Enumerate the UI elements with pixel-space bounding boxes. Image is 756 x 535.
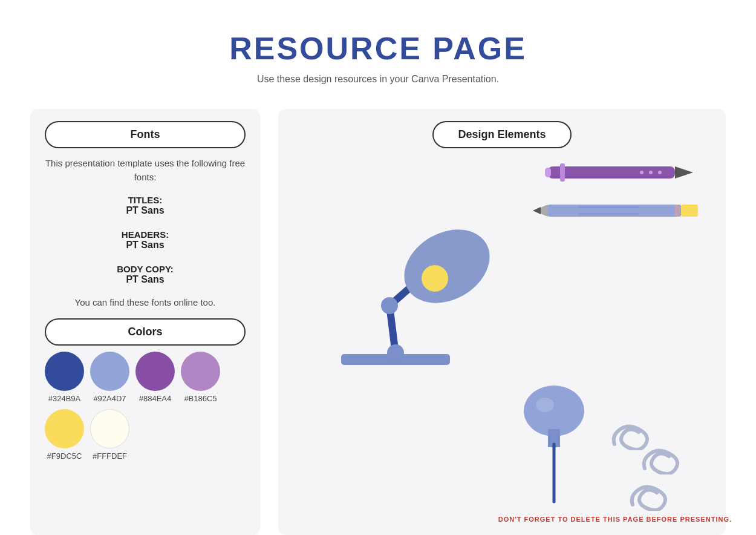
svg-point-3 xyxy=(381,297,398,314)
content-row: Fonts This presentation template uses th… xyxy=(30,109,726,535)
design-elements-label: Design Elements xyxy=(432,121,571,148)
color-circle-off-white xyxy=(90,409,129,448)
color-swatches-row-1: #324B9A #92A4D7 #884EA4 #B186C5 xyxy=(45,352,246,403)
svg-rect-9 xyxy=(560,163,565,182)
page-container: RESOURCE PAGE Use these design resources… xyxy=(0,0,756,535)
font-find-text: You can find these fonts online too. xyxy=(45,296,246,310)
color-hex-purple: #884EA4 xyxy=(139,394,172,403)
font-name-body: PT Sans xyxy=(45,274,246,285)
svg-point-10 xyxy=(649,171,653,174)
font-name-headers: PT Sans xyxy=(45,240,246,251)
color-swatch-b186c5: #B186C5 xyxy=(181,352,220,403)
svg-point-21 xyxy=(524,386,584,436)
font-item-body: BODY COPY: PT Sans xyxy=(45,264,246,285)
color-swatch-884ea4: #884EA4 xyxy=(135,352,175,403)
svg-marker-8 xyxy=(675,166,693,179)
font-category-headers: HEADERS: xyxy=(45,229,246,240)
page-subtitle: Use these design resources in your Canva… xyxy=(229,74,527,85)
left-panel: Fonts This presentation template uses th… xyxy=(30,109,260,535)
color-hex-off-white: #FFFDEF xyxy=(93,451,127,461)
svg-point-4 xyxy=(387,344,404,361)
font-name-titles: PT Sans xyxy=(45,205,246,216)
color-swatches-row-2: #F9DC5C #FFFDEF xyxy=(45,409,246,461)
paperclip-3 xyxy=(627,481,681,511)
color-hex-light-purple: #B186C5 xyxy=(184,394,217,403)
lamp-illustration xyxy=(317,172,498,378)
color-circle-yellow xyxy=(45,409,84,448)
footer-note: DON'T FORGET TO DELETE THIS PAGE BEFORE … xyxy=(498,516,732,523)
color-circle-purple xyxy=(135,352,175,391)
color-swatch-f9dc5c: #F9DC5C xyxy=(45,409,84,461)
svg-point-5 xyxy=(391,215,498,318)
pushpin-illustration xyxy=(518,384,590,505)
svg-point-6 xyxy=(422,265,448,292)
svg-rect-7 xyxy=(548,166,675,179)
right-panel: Design Elements xyxy=(278,109,726,535)
color-hex-light-blue: #92A4D7 xyxy=(93,394,126,403)
svg-point-12 xyxy=(640,171,644,174)
pen-illustration xyxy=(542,160,699,185)
page-title: RESOURCE PAGE xyxy=(229,30,527,67)
colors-label: Colors xyxy=(45,318,246,346)
svg-rect-20 xyxy=(578,213,639,215)
font-item-titles: TITLES: PT Sans xyxy=(45,195,246,216)
font-item-headers: HEADERS: PT Sans xyxy=(45,229,246,251)
color-circle-light-purple xyxy=(181,352,220,391)
svg-marker-17 xyxy=(533,207,541,214)
svg-point-11 xyxy=(658,171,662,174)
color-circle-light-blue xyxy=(90,352,129,391)
header-section: RESOURCE PAGE Use these design resources… xyxy=(229,0,527,85)
color-circle-dark-blue xyxy=(45,352,84,391)
color-swatch-fffdef: #FFFDEF xyxy=(90,409,129,461)
fonts-description: This presentation template uses the foll… xyxy=(45,157,246,184)
color-hex-dark-blue: #324B9A xyxy=(48,394,81,403)
pencil-illustration xyxy=(530,200,705,222)
font-category-titles: TITLES: xyxy=(45,195,246,205)
colors-section: Colors #324B9A #92A4D7 #884EA4 xyxy=(45,318,246,461)
color-hex-yellow: #F9DC5C xyxy=(47,451,82,461)
illustrations-container xyxy=(293,148,711,523)
paperclip-2 xyxy=(639,444,693,474)
svg-rect-18 xyxy=(675,205,680,217)
svg-rect-13 xyxy=(545,168,551,177)
color-swatch-324b9a: #324B9A xyxy=(45,352,84,403)
svg-rect-19 xyxy=(578,206,639,208)
fonts-label: Fonts xyxy=(45,121,246,148)
svg-rect-15 xyxy=(681,205,698,217)
color-swatch-92a4d7: #92A4D7 xyxy=(90,352,129,403)
svg-point-24 xyxy=(536,398,554,412)
font-category-body: BODY COPY: xyxy=(45,264,246,274)
